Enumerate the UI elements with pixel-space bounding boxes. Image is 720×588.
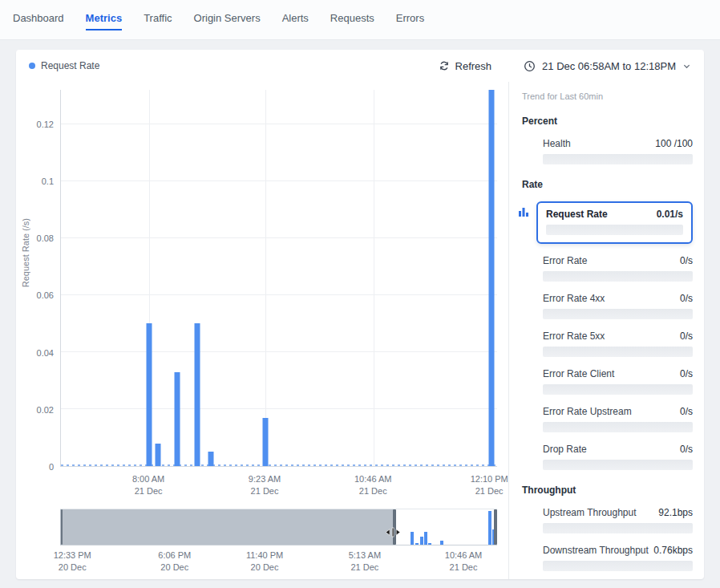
metric-error-rate-upstream[interactable]: Error Rate Upstream0/s	[543, 406, 693, 432]
gridline-horizontal	[61, 408, 497, 409]
chart-bar	[174, 372, 180, 466]
chart-bar	[489, 90, 495, 466]
brush-handle-right[interactable]	[494, 509, 497, 545]
brush-tick-date: 20 Dec	[54, 562, 91, 574]
metric-label: Error Rate 4xx	[543, 293, 605, 304]
brush-tick-time: 5:13 AM	[349, 549, 381, 562]
x-tick-label: 12:10 PM21 Dec	[471, 473, 508, 497]
metric-label: Error Rate Upstream	[543, 406, 632, 417]
x-tick-time: 12:10 PM	[471, 473, 508, 485]
metric-sparkline	[543, 309, 693, 319]
tab-metrics[interactable]: Metrics	[86, 12, 123, 30]
clock-icon	[524, 60, 536, 72]
section-title: Percent	[522, 116, 693, 127]
metric-sparkline	[546, 225, 683, 235]
metric-sparkline	[543, 347, 693, 357]
metric-value: 0/s	[680, 444, 693, 455]
metric-error-rate-client[interactable]: Error Rate Client0/s	[543, 368, 693, 395]
brush-tick-date: 20 Dec	[158, 562, 191, 574]
brush-tick-time: 12:33 PM	[54, 549, 91, 562]
section-title: Rate	[522, 179, 693, 190]
metric-upstream-throughput[interactable]: Upstream Throughput92.1bps	[543, 507, 693, 533]
time-range-selector[interactable]: 21 Dec 06:58AM to 12:18PM	[524, 60, 691, 72]
metric-label: Error Rate 5xx	[543, 330, 605, 342]
y-tick-label: 0	[49, 462, 54, 472]
metric-row: Downstream Throughput0.76kbps	[543, 545, 693, 556]
y-tick-label: 0.12	[37, 120, 54, 129]
gridline-horizontal	[61, 294, 497, 295]
tab-requests[interactable]: Requests	[330, 12, 374, 30]
metric-label: Drop Rate	[543, 444, 587, 455]
tab-traffic[interactable]: Traffic	[144, 12, 172, 30]
resize-cursor-icon	[386, 527, 401, 537]
brush-tick-label: 10:46 AM21 Dec	[445, 549, 482, 574]
gridline-horizontal	[61, 180, 497, 181]
nav-tabs: DashboardMetricsTrafficOrigin ServersAle…	[13, 12, 424, 30]
brush-bar	[420, 537, 423, 545]
metric-value: 100 /100	[655, 138, 693, 149]
metric-row: Error Rate Upstream0/s	[543, 406, 693, 417]
metric-value: 0.76kbps	[653, 545, 693, 556]
metric-value: 92.1bps	[658, 507, 693, 518]
brush-bar	[411, 532, 414, 545]
metric-label: Request Rate	[546, 209, 608, 220]
trend-label: Trend for Last 60min	[522, 91, 693, 101]
metric-health[interactable]: Health100 /100	[543, 138, 693, 164]
x-tick-label: 9:23 AM21 Dec	[249, 473, 281, 497]
brush-tick-time: 6:06 PM	[158, 549, 191, 562]
tab-origin-servers[interactable]: Origin Servers	[194, 12, 261, 30]
metric-row: Request Rate0.01/s	[546, 209, 683, 220]
x-tick-time: 9:23 AM	[249, 473, 281, 485]
y-axis-labels: 00.020.040.060.080.10.12	[16, 90, 54, 467]
metric-label: Health	[543, 138, 571, 149]
metric-sparkline	[543, 460, 693, 470]
metric-error-rate[interactable]: Error Rate0/s	[543, 255, 693, 282]
legend-request-rate[interactable]: Request Rate	[29, 60, 99, 71]
metric-downstream-throughput[interactable]: Downstream Throughput0.76kbps	[543, 545, 693, 571]
brush-tick-label: 11:40 PM20 Dec	[246, 549, 283, 574]
brush-tick-date: 21 Dec	[349, 562, 381, 574]
refresh-icon	[439, 60, 450, 71]
brush-bar	[488, 511, 491, 545]
metric-error-rate-5xx[interactable]: Error Rate 5xx0/s	[543, 330, 693, 357]
metric-sparkline	[543, 384, 693, 395]
metric-row: Error Rate Client0/s	[543, 368, 693, 379]
plot-area[interactable]	[60, 90, 497, 467]
tab-alerts[interactable]: Alerts	[282, 12, 309, 30]
metric-request-rate[interactable]: Request Rate0.01/s	[536, 201, 693, 244]
metric-row: Error Rate 5xx0/s	[543, 330, 693, 342]
brush-chart[interactable]	[60, 509, 497, 545]
section-title: Throughput	[522, 485, 693, 496]
chart-bar	[194, 323, 200, 466]
tab-dashboard[interactable]: Dashboard	[13, 12, 64, 30]
x-tick-label: 8:00 AM21 Dec	[132, 473, 164, 497]
chart-bar	[155, 444, 160, 466]
chevron-down-icon	[682, 62, 691, 71]
metric-drop-rate[interactable]: Drop Rate0/s	[543, 444, 693, 470]
x-tick-date: 21 Dec	[471, 485, 508, 497]
brush-bar	[415, 543, 419, 545]
brush-tick-label: 12:33 PM20 Dec	[54, 549, 91, 574]
refresh-button[interactable]: Refresh	[439, 60, 492, 72]
y-tick-label: 0.06	[37, 290, 54, 300]
brush-overlay-unselected[interactable]	[60, 509, 394, 545]
brush-tick-time: 10:46 AM	[445, 549, 482, 562]
x-tick-time: 8:00 AM	[132, 473, 164, 485]
panel-sections: PercentHealth100 /100RateRequest Rate0.0…	[522, 116, 693, 579]
metric-label: Error Rate Client	[543, 368, 614, 379]
gridline-horizontal	[61, 351, 497, 352]
metric-value: 0/s	[680, 368, 693, 379]
tab-errors[interactable]: Errors	[396, 12, 424, 30]
brush-tick-date: 21 Dec	[445, 562, 482, 574]
brush-bar	[428, 543, 431, 545]
y-tick-label: 0.1	[42, 176, 54, 186]
metric-label: Downstream Throughput	[543, 545, 649, 556]
metric-value: 0/s	[680, 293, 693, 304]
metric-value: 0.01/s	[657, 209, 683, 220]
metric-row: Error Rate0/s	[543, 255, 693, 266]
x-tick-date: 21 Dec	[354, 485, 391, 497]
gridline-vertical	[374, 90, 374, 466]
metric-value: 0/s	[680, 255, 693, 266]
metric-error-rate-4xx[interactable]: Error Rate 4xx0/s	[543, 293, 693, 319]
bar-chart-icon	[517, 205, 530, 218]
